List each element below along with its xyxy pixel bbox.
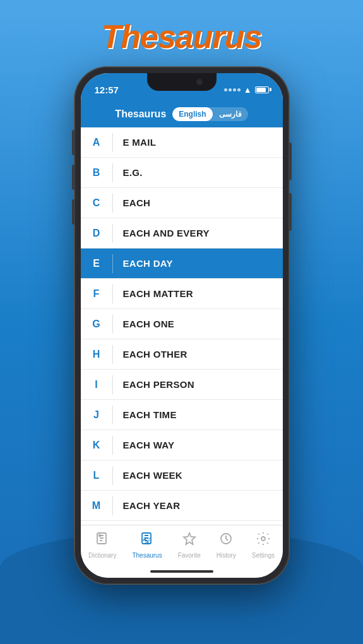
home-bar (150, 570, 213, 573)
app-title: Thesaurus (102, 18, 262, 56)
row-word: EACH WEEK (113, 470, 182, 481)
row-letter: C (81, 197, 112, 209)
status-icons: ▲ (224, 85, 269, 95)
wifi-icon: ▲ (244, 85, 252, 95)
tab-favorite-label: Favorite (178, 552, 201, 559)
thesaurus-icon: AZ (140, 531, 155, 550)
word-row[interactable]: HEACH OTHER (81, 339, 283, 370)
signal-dots (224, 88, 241, 91)
row-letter: H (81, 349, 112, 360)
row-letter: F (81, 288, 112, 300)
word-row[interactable]: CEACH (81, 188, 283, 218)
tab-history[interactable]: History (217, 531, 236, 559)
word-row[interactable]: JEACH TIME (81, 400, 283, 430)
tab-settings-label: Settings (252, 552, 275, 559)
status-time: 12:57 (95, 85, 119, 95)
row-word: EACH MATTER (113, 288, 193, 299)
lang-english-btn[interactable]: English (172, 107, 212, 121)
row-word: EACH WAY (113, 440, 175, 450)
word-row[interactable]: DEACH AND EVERY (81, 218, 283, 249)
row-letter: G (81, 319, 112, 330)
word-row[interactable]: FEACH MATTER (81, 279, 283, 309)
row-letter: I (81, 379, 112, 390)
word-row[interactable]: KEACH WAY (81, 430, 283, 460)
tab-bar: DictionaryAZThesaurusFavoriteHistorySett… (81, 525, 283, 570)
row-letter: J (81, 409, 112, 421)
svg-text:Z: Z (148, 537, 151, 542)
favorite-icon (182, 531, 197, 550)
row-word: EACH PERSON (113, 379, 194, 390)
row-letter: M (81, 500, 112, 512)
nav-title: Thesaurus (115, 108, 166, 120)
row-letter: A (81, 137, 112, 148)
notch-camera (196, 79, 203, 85)
tab-dictionary-label: Dictionary (88, 552, 116, 559)
tab-settings[interactable]: Settings (252, 531, 275, 559)
dictionary-icon (95, 531, 110, 550)
home-indicator (81, 570, 283, 578)
svg-rect-1 (98, 534, 101, 537)
tab-favorite[interactable]: Favorite (178, 531, 201, 559)
word-row[interactable]: IEACH PERSON (81, 370, 283, 400)
row-letter: D (81, 228, 112, 239)
word-row[interactable]: BE.G. (81, 158, 283, 188)
svg-text:A: A (143, 536, 147, 542)
tab-thesaurus[interactable]: AZThesaurus (132, 531, 162, 559)
row-letter: K (81, 440, 112, 451)
word-row[interactable]: EEACH DAY (81, 249, 283, 279)
phone-frame: 12:57 ▲ Thesaurus English فارسی (74, 67, 289, 584)
word-row[interactable]: MEACH YEAR (81, 491, 283, 521)
row-letter: L (81, 470, 112, 481)
svg-marker-5 (184, 533, 195, 544)
tab-history-label: History (217, 552, 236, 559)
word-list: AE MAILBE.G.CEACHDEACH AND EVERYEEACH DA… (81, 127, 283, 525)
row-word: EACH TIME (113, 409, 177, 420)
battery-icon (255, 86, 269, 93)
nav-header: Thesaurus English فارسی (81, 102, 283, 127)
row-letter: B (81, 167, 112, 179)
row-word: EACH ONE (113, 319, 175, 329)
tab-thesaurus-label: Thesaurus (132, 552, 162, 559)
lang-farsi-btn[interactable]: فارسی (213, 107, 248, 121)
settings-icon (256, 531, 271, 550)
row-word: EACH YEAR (113, 500, 181, 511)
notch (147, 73, 217, 91)
row-word: EACH (113, 197, 151, 208)
lang-toggle: English فارسی (172, 107, 247, 121)
row-letter: E (81, 258, 112, 269)
tab-dictionary[interactable]: Dictionary (88, 531, 116, 559)
row-word: E.G. (113, 167, 143, 178)
row-word: EACH OTHER (113, 349, 187, 360)
row-word: EACH DAY (113, 258, 173, 269)
word-row[interactable]: AE MAIL (81, 127, 283, 158)
word-row[interactable]: LEACH WEEK (81, 460, 283, 491)
word-row[interactable]: GEACH ONE (81, 309, 283, 339)
row-word: EACH AND EVERY (113, 228, 210, 238)
row-word: E MAIL (113, 137, 157, 148)
svg-point-7 (261, 537, 265, 541)
history-icon (218, 531, 234, 550)
